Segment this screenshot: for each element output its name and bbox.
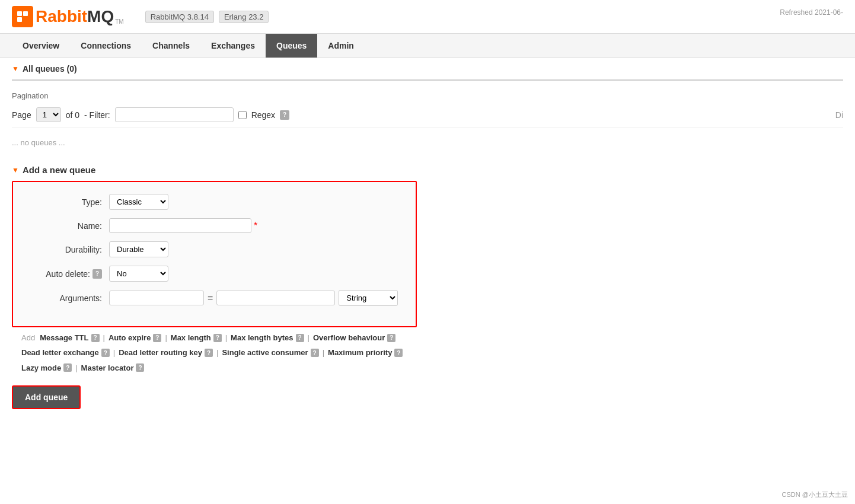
hint-lazy-mode[interactable]: Lazy mode (21, 361, 61, 375)
required-star: * (254, 221, 257, 231)
nav-channels[interactable]: Channels (142, 34, 200, 58)
hint-auto-expire-help[interactable]: ? (153, 334, 161, 342)
hint-max-length-help[interactable]: ? (213, 334, 222, 342)
pagination-label: Pagination (12, 87, 843, 103)
logo-tm: TM (115, 18, 123, 25)
nav-connections[interactable]: Connections (70, 34, 142, 58)
hint-single-active-consumer[interactable]: Single active consumer (222, 346, 308, 359)
hint-master-locator-help[interactable]: ? (136, 363, 144, 372)
type-label: Type: (31, 197, 102, 207)
di-label: Di (835, 110, 843, 120)
hint-auto-expire[interactable]: Auto expire (109, 331, 151, 344)
page-of-label: of 0 (66, 110, 79, 120)
arguments-row: Arguments: = String Number Boolean (31, 290, 398, 306)
add-label: Add (21, 331, 35, 344)
hint-overflow-behaviour[interactable]: Overflow behaviour (313, 331, 385, 344)
hint-maximum-priority[interactable]: Maximum priority (328, 346, 392, 359)
name-label: Name: (31, 221, 102, 231)
main-nav: Overview Connections Channels Exchanges … (0, 34, 855, 58)
name-row: Name: * (31, 218, 398, 233)
add-queue-section-header: ▼ Add a new queue (12, 159, 843, 181)
hint-sep-5: | (113, 346, 115, 359)
version-badges: RabbitMQ 3.8.14 Erlang 23.2 (145, 11, 269, 23)
arguments-label: Arguments: (31, 294, 102, 303)
filter-input[interactable] (115, 107, 234, 122)
hint-max-length-bytes[interactable]: Max length bytes (231, 331, 293, 344)
hint-dead-letter-exchange-help[interactable]: ? (101, 349, 110, 357)
page-select[interactable]: 1 (36, 107, 61, 122)
nav-overview[interactable]: Overview (12, 34, 70, 58)
hint-row-2: Dead letter exchange ? | Dead letter rou… (21, 346, 843, 359)
filter-label: - Filter: (84, 110, 110, 120)
hint-sep-3: | (225, 331, 227, 344)
add-queue-title: Add a new queue (23, 165, 95, 175)
hint-dead-letter-exchange[interactable]: Dead letter exchange (21, 346, 99, 359)
auto-delete-help-button[interactable]: ? (92, 269, 102, 279)
hint-max-length[interactable]: Max length (171, 331, 211, 344)
name-input[interactable] (109, 218, 251, 233)
add-queue-button[interactable]: Add queue (12, 385, 81, 409)
auto-delete-label: Auto delete: (46, 269, 90, 279)
durability-row: Durability: Durable Transient (31, 241, 398, 257)
type-select[interactable]: Classic Quorum (109, 194, 168, 210)
hint-sep-4: | (308, 331, 310, 344)
hint-sep-7: | (323, 346, 324, 359)
hint-max-length-bytes-help[interactable]: ? (296, 334, 304, 342)
argument-type-select[interactable]: String Number Boolean (339, 290, 398, 306)
erlang-version-badge: Erlang 23.2 (219, 11, 269, 23)
main-content: ▼ All queues (0) Pagination Page 1 of 0 … (0, 58, 855, 421)
auto-delete-label-group: Auto delete: ? (31, 269, 102, 279)
logo-icon (12, 6, 33, 27)
all-queues-title: All queues (0) (23, 64, 77, 74)
refresh-info: Refreshed 2021-06- (780, 8, 843, 17)
rabbitmq-version-badge: RabbitMQ 3.8.14 (145, 11, 214, 23)
nav-exchanges[interactable]: Exchanges (200, 34, 266, 58)
hint-sep-8: | (75, 361, 77, 375)
hint-overflow-behaviour-help[interactable]: ? (387, 334, 395, 342)
regex-checkbox[interactable] (238, 111, 247, 119)
durability-label: Durability: (31, 245, 102, 254)
all-queues-section-header: ▼ All queues (0) (12, 58, 843, 81)
no-queues-message: ... no queues ... (12, 132, 843, 153)
auto-delete-row: Auto delete: ? No Yes (31, 266, 398, 282)
hint-sep-2: | (165, 331, 167, 344)
regex-label: Regex (251, 110, 275, 120)
all-queues-arrow-icon[interactable]: ▼ (12, 65, 19, 73)
pagination-row: Page 1 of 0 - Filter: Regex ? Di (12, 103, 843, 127)
hint-dead-letter-routing-key[interactable]: Dead letter routing key (119, 346, 202, 359)
add-queue-form: Type: Classic Quorum Name: * Durability:… (12, 181, 417, 327)
hint-row-3: Lazy mode ? | Master locator ? (21, 361, 843, 375)
svg-rect-1 (23, 11, 28, 16)
hint-master-locator[interactable]: Master locator (81, 361, 134, 375)
auto-delete-select[interactable]: No Yes (109, 266, 168, 282)
hint-dead-letter-routing-key-help[interactable]: ? (205, 349, 213, 357)
argument-value-input[interactable] (216, 291, 335, 305)
logo: RabbitMQ TM (12, 6, 124, 27)
hint-row-1: Add Message TTL ? | Auto expire ? | Max … (21, 331, 843, 344)
type-row: Type: Classic Quorum (31, 194, 398, 210)
regex-help-button[interactable]: ? (280, 110, 289, 120)
equals-sign: = (208, 293, 213, 304)
svg-rect-0 (17, 11, 22, 16)
page-label: Page (12, 110, 31, 120)
hint-sep-1: | (103, 331, 105, 344)
add-queue-arrow-icon[interactable]: ▼ (12, 166, 19, 174)
hint-message-ttl[interactable]: Message TTL (40, 331, 88, 344)
hint-message-ttl-help[interactable]: ? (91, 334, 100, 342)
app-header: RabbitMQ TM RabbitMQ 3.8.14 Erlang 23.2 … (0, 0, 855, 34)
argument-key-input[interactable] (109, 291, 204, 305)
durability-select[interactable]: Durable Transient (109, 241, 168, 257)
arguments-inputs: = String Number Boolean (109, 290, 398, 306)
hint-maximum-priority-help[interactable]: ? (394, 349, 403, 357)
hint-single-active-consumer-help[interactable]: ? (311, 349, 319, 357)
hint-sep-6: | (216, 346, 218, 359)
svg-rect-2 (17, 17, 22, 22)
hint-lazy-mode-help[interactable]: ? (63, 363, 72, 372)
logo-text: RabbitMQ (36, 7, 114, 26)
nav-admin[interactable]: Admin (317, 34, 365, 58)
args-hints: Add Message TTL ? | Auto expire ? | Max … (21, 331, 843, 375)
nav-queues[interactable]: Queues (266, 34, 317, 58)
